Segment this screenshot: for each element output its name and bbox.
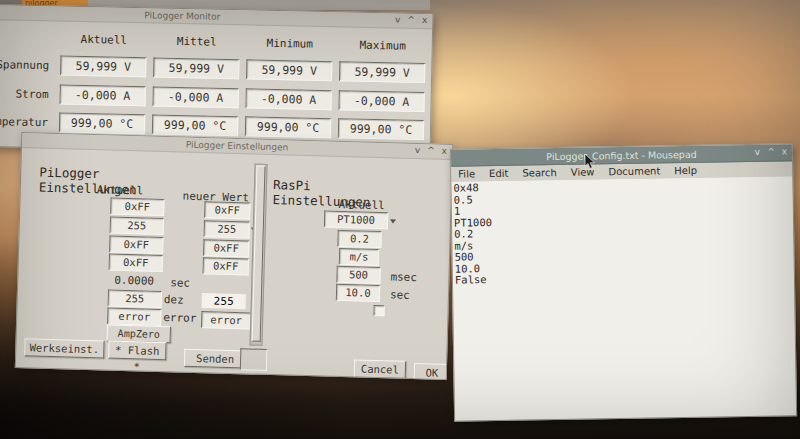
- puls-mess-faktor-aktuell-field[interactable]: 255: [108, 289, 162, 308]
- cancel-button[interactable]: Cancel: [354, 359, 406, 378]
- monitor-title: PiLogger Monitor: [144, 10, 220, 22]
- monitor-value: -0,000 A: [338, 90, 424, 112]
- mousepad-title: PiLogger_Config.txt - Mousepad: [546, 148, 697, 161]
- i2c-address-aktuell-field[interactable]: 0xFF: [110, 198, 164, 217]
- maximize-icon[interactable]: ^: [407, 15, 415, 26]
- monitor-value: 999,00 °C: [152, 114, 238, 136]
- monitor-row-label-temperatur: Temperatur: [0, 113, 54, 129]
- minimize-icon[interactable]: v: [415, 145, 421, 156]
- monitor-row-label-spannung: Spannung: [0, 56, 55, 72]
- zeitbasis-aktuell-field[interactable]: 255: [110, 217, 164, 236]
- monitor-value: 999,00 °C: [59, 112, 145, 134]
- resize-grip-box[interactable]: [240, 348, 268, 371]
- senden-button[interactable]: Senden: [184, 349, 246, 369]
- temp-fuehler-typ-combobox[interactable]: PT1000: [324, 211, 388, 230]
- einheit-pulse-field[interactable]: m/s: [339, 248, 379, 266]
- i2c-address-neu-field[interactable]: 0xFF: [204, 201, 250, 219]
- ok-button[interactable]: OK: [414, 363, 450, 380]
- col-header-aktuell: Aktuell: [97, 183, 144, 197]
- mittelungsfaktor-aktuell-field[interactable]: error: [107, 307, 161, 326]
- scrollbar-thumb[interactable]: [252, 166, 266, 342]
- monitor-value: 999,00 °C: [338, 118, 424, 140]
- menu-document[interactable]: Document: [601, 165, 667, 177]
- puls-mess-faktor-neu-field[interactable]: 255: [202, 293, 246, 309]
- close-icon[interactable]: x: [442, 146, 448, 157]
- monitor-row-label-strom: Strom: [0, 85, 55, 101]
- logger-intervall-unit: sec: [390, 288, 410, 302]
- mittelungsfaktor-neu-combobox[interactable]: error: [201, 311, 251, 329]
- zeit-faktor-high-aktuell-field[interactable]: 0xFF: [109, 254, 163, 273]
- menu-help[interactable]: Help: [667, 165, 704, 177]
- monitor-value: 59,999 V: [60, 55, 146, 77]
- maximize-icon[interactable]: ^: [767, 147, 775, 158]
- menu-edit[interactable]: Edit: [482, 168, 516, 180]
- close-icon[interactable]: x: [782, 146, 788, 157]
- abfrage-delay-field[interactable]: 500: [336, 266, 380, 284]
- desktop: pilogger PiLogger Monitor v ^ x Aktuell …: [0, 0, 800, 439]
- zeit-faktor-low-aktuell-field[interactable]: 0xFF: [109, 236, 163, 255]
- puls-unit: dez: [164, 293, 184, 307]
- dropdown-arrow-icon[interactable]: [390, 219, 396, 223]
- minimize-icon[interactable]: v: [755, 147, 761, 158]
- abfrage-delay-unit: msec: [390, 270, 417, 284]
- mittelungsfaktor-mid-value: error: [163, 311, 196, 325]
- window-pilogger-einstellungen: PiLogger Einstellungen v ^ x PiLogger Ei…: [15, 132, 453, 380]
- monitor-value: -0,000 A: [59, 84, 145, 106]
- zeit-faktor-low-neu-field[interactable]: 0xFF: [203, 239, 249, 257]
- monitor-col-maximum: Maximum: [338, 38, 428, 53]
- messintervall-unit: sec: [170, 276, 190, 290]
- menu-view[interactable]: View: [564, 166, 602, 178]
- minimize-icon[interactable]: v: [395, 14, 401, 25]
- zeitbasis-neu-combobox[interactable]: 255: [204, 220, 250, 238]
- logger-intervall-field[interactable]: 10.0: [336, 284, 380, 302]
- menu-file[interactable]: File: [451, 168, 482, 179]
- autoreset-checkbox[interactable]: [373, 305, 384, 316]
- close-icon[interactable]: x: [422, 15, 428, 26]
- werkseinst-button[interactable]: Werkseinst.: [24, 338, 104, 358]
- faktor-pulse-field[interactable]: 0.2: [337, 230, 381, 248]
- monitor-col-minimum: Minimum: [245, 36, 335, 51]
- mousepad-text-area[interactable]: 0x48 0.5 1 PT1000 0.2 m/s 500 10.0 False: [451, 176, 796, 420]
- settings-vertical-scrollbar[interactable]: [250, 164, 268, 346]
- window-mousepad: PiLogger_Config.txt - Mousepad v ^ x Fil…: [450, 143, 797, 421]
- monitor-col-aktuell: Aktuell: [59, 32, 149, 47]
- monitor-value: -0,000 A: [245, 88, 331, 110]
- monitor-col-mittel: Mittel: [152, 34, 242, 49]
- monitor-value: 59,999 V: [246, 59, 332, 81]
- maximize-icon[interactable]: ^: [427, 145, 435, 156]
- settings-title: PiLogger Einstellungen: [186, 140, 289, 153]
- monitor-value: -0,000 A: [152, 86, 238, 108]
- messintervall-value: 0.0000: [114, 274, 154, 288]
- raspi-col-header-aktuell: Aktuell: [338, 198, 385, 212]
- menu-search[interactable]: Search: [515, 167, 564, 179]
- monitor-value: 59,999 V: [153, 57, 239, 79]
- monitor-value: 999,00 °C: [245, 116, 331, 138]
- zeit-faktor-high-neu-field[interactable]: 0xFF: [202, 257, 248, 275]
- flash-button[interactable]: * Flash *: [108, 341, 166, 361]
- monitor-value: 59,999 V: [339, 61, 425, 83]
